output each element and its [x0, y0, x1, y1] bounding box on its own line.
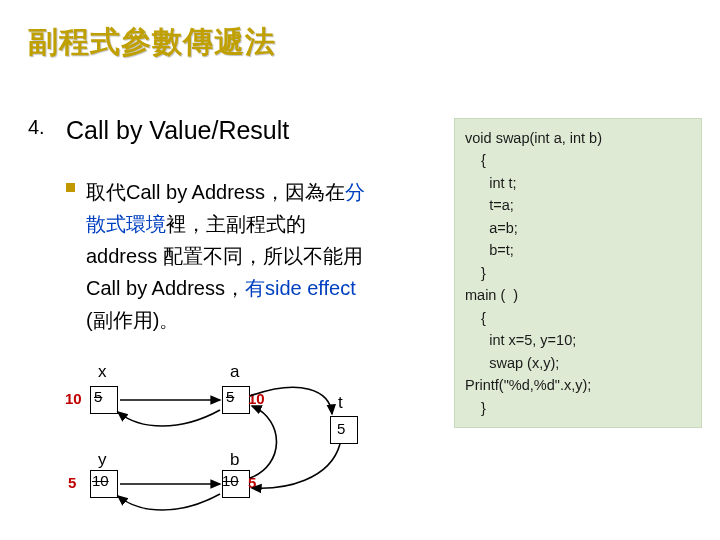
slide: 副程式參數傳遞法 4. Call by Value/Result 取代Call …	[0, 0, 720, 540]
label-t: t	[338, 393, 343, 413]
value-x-old: 5	[94, 388, 102, 405]
arrows-overlay	[70, 360, 450, 535]
label-y: y	[98, 450, 107, 470]
value-a-new: 10	[248, 390, 265, 407]
list-number: 4.	[28, 116, 45, 139]
bullet-mid-2: (副作用)。	[86, 309, 179, 331]
bullet-icon	[66, 183, 75, 192]
label-x: x	[98, 362, 107, 382]
value-b-new: 5	[248, 474, 256, 491]
bullet-text: 取代Call by Address，因為在分散式環境裡，主副程式的address…	[86, 176, 366, 336]
value-t: 5	[337, 420, 345, 437]
section-heading: Call by Value/Result	[66, 115, 326, 145]
value-y-old: 10	[92, 472, 109, 489]
label-b: b	[230, 450, 239, 470]
value-b-old: 10	[222, 472, 239, 489]
value-x-new: 10	[65, 390, 82, 407]
diagram: x a y b t 10 5 5 10 5 10 10 5 5	[70, 360, 450, 535]
bullet-pre: 取代Call by Address，因為在	[86, 181, 345, 203]
value-a-old: 5	[226, 388, 234, 405]
label-a: a	[230, 362, 239, 382]
code-block: void swap(int a, int b) { int t; t=a; a=…	[454, 118, 702, 428]
value-y-new: 5	[68, 474, 76, 491]
bullet-blue-2: 有side effect	[245, 277, 356, 299]
slide-title: 副程式參數傳遞法	[28, 22, 276, 63]
